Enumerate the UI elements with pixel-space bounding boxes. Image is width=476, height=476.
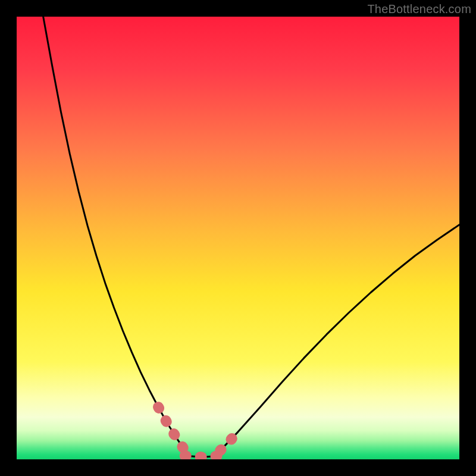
watermark-text: TheBottleneck.com: [367, 2, 471, 16]
chart-frame: [17, 17, 459, 459]
bottleneck-chart: [17, 17, 459, 459]
gradient-bg: [17, 17, 459, 459]
highlight-floor: [185, 456, 221, 457]
